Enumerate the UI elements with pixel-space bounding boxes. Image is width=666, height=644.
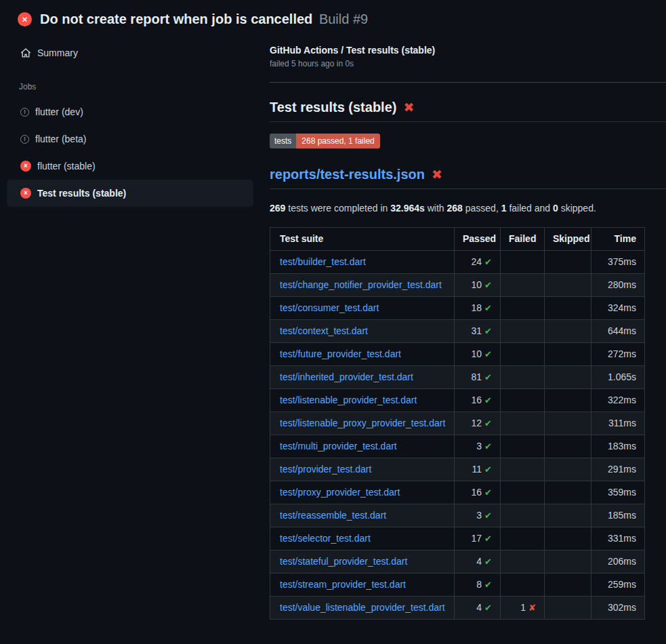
- test-suite-link[interactable]: test/listenable_proxy_provider_test.dart: [280, 418, 445, 428]
- passed-cell: 10✔: [455, 274, 501, 297]
- skipped-cell: [545, 320, 591, 343]
- test-suite-link[interactable]: test/stream_provider_test.dart: [280, 579, 406, 590]
- skipped-cell: [545, 458, 591, 481]
- failed-count: 1: [501, 203, 507, 214]
- sidebar-item-label: flutter (dev): [35, 106, 83, 117]
- test-suite-link[interactable]: test/change_notifier_provider_test.dart: [280, 279, 442, 290]
- skipped-cell: [545, 527, 591, 550]
- test-suite-link[interactable]: test/reassemble_test.dart: [280, 510, 386, 521]
- table-row: test/stream_provider_test.dart 8✔ 259ms: [270, 573, 645, 597]
- failed-cell: [501, 343, 545, 366]
- sidebar-item-flutter-dev[interactable]: ! flutter (dev): [7, 98, 253, 125]
- check-icon: ✔: [484, 603, 492, 613]
- total-time: 32.964s: [390, 203, 425, 214]
- passed-cell: 4✔: [455, 597, 501, 620]
- table-row: test/future_provider_test.dart 10✔ 272ms: [270, 343, 645, 366]
- time-cell: 322ms: [591, 389, 645, 412]
- table-row: test/builder_test.dart 24✔ 375ms: [270, 251, 645, 274]
- passed-cell: 3✔: [455, 504, 501, 527]
- test-suite-link[interactable]: test/consumer_test.dart: [280, 302, 379, 313]
- time-cell: 206ms: [591, 550, 645, 573]
- status-line: failed 5 hours ago in 0s: [270, 59, 666, 68]
- test-suite-link[interactable]: test/inherited_provider_test.dart: [280, 371, 413, 382]
- sidebar-item-test-results-stable[interactable]: × Test results (stable): [7, 180, 253, 207]
- check-icon: ✔: [484, 557, 492, 567]
- skipped-cell: [545, 297, 591, 320]
- time-cell: 1.065s: [591, 366, 645, 389]
- passed-cell: 10✔: [455, 343, 501, 366]
- passed-cell: 11✔: [455, 458, 501, 481]
- test-suite-link[interactable]: test/builder_test.dart: [280, 256, 366, 267]
- passed-cell: 81✔: [455, 366, 501, 389]
- home-icon: [20, 47, 31, 58]
- skipped-cell: [545, 251, 591, 274]
- section-title-text: Test results (stable): [270, 100, 396, 115]
- build-failed-icon: ×: [18, 12, 32, 26]
- total-count: 269: [270, 203, 285, 214]
- failed-cell: 1✘: [501, 597, 545, 620]
- sidebar-item-label: flutter (beta): [35, 134, 86, 144]
- sidebar-item-flutter-stable[interactable]: × flutter (stable): [7, 153, 253, 180]
- time-cell: 311ms: [591, 412, 645, 435]
- skipped-cell: [545, 550, 591, 573]
- failed-cell: [501, 550, 545, 573]
- skipped-cell: [545, 435, 591, 458]
- check-icon: ✔: [484, 395, 492, 405]
- failed-cell: [501, 274, 545, 297]
- jobs-list: ! flutter (dev) ! flutter (beta) × flutt…: [7, 98, 253, 207]
- check-icon: ✔: [484, 257, 492, 267]
- check-icon: ✔: [484, 580, 492, 590]
- passed-count: 268: [447, 203, 463, 214]
- skipped-cell: [545, 343, 591, 366]
- test-suite-link[interactable]: test/multi_provider_test.dart: [280, 441, 397, 451]
- build-title: Do not create report when job is cancell…: [40, 12, 312, 26]
- main-panel: GitHub Actions / Test results (stable) f…: [253, 27, 666, 620]
- table-row: test/value_listenable_provider_test.dart…: [270, 597, 645, 620]
- sidebar-item-summary[interactable]: Summary: [7, 45, 253, 61]
- skipped-cell: [545, 481, 591, 504]
- test-suite-link[interactable]: test/selector_test.dart: [280, 533, 371, 544]
- test-suite-link[interactable]: test/value_listenable_provider_test.dart: [280, 602, 445, 613]
- sidebar-item-label: Test results (stable): [37, 188, 126, 199]
- badge-label: tests: [270, 134, 296, 148]
- check-icon: ✔: [484, 280, 492, 290]
- table-row: test/listenable_provider_test.dart 16✔ 3…: [270, 389, 645, 412]
- passed-cell: 16✔: [455, 389, 501, 412]
- test-suite-link[interactable]: test/listenable_provider_test.dart: [280, 395, 417, 405]
- passed-cell: 18✔: [455, 297, 501, 320]
- test-suite-link[interactable]: test/provider_test.dart: [280, 464, 371, 475]
- breadcrumb: GitHub Actions / Test results (stable): [270, 45, 666, 56]
- sidebar-item-flutter-beta[interactable]: ! flutter (beta): [7, 125, 253, 153]
- divider: [270, 82, 666, 83]
- report-file-link[interactable]: reports/test-results.json: [270, 167, 425, 182]
- failed-x-icon: ✖: [403, 100, 414, 115]
- time-cell: 302ms: [591, 597, 645, 620]
- report-title: reports/test-results.json ✖: [270, 167, 666, 189]
- check-icon: ✔: [484, 510, 492, 521]
- table-row: test/listenable_proxy_provider_test.dart…: [270, 412, 645, 435]
- check-icon: ✔: [484, 372, 492, 382]
- skipped-count: 0: [553, 203, 558, 214]
- failed-cell: [501, 251, 545, 274]
- time-cell: 331ms: [591, 527, 645, 550]
- table-row: test/reassemble_test.dart 3✔ 185ms: [270, 504, 645, 527]
- test-suite-link[interactable]: test/proxy_provider_test.dart: [280, 487, 400, 498]
- app-header: × Do not create report when job is cance…: [0, 0, 666, 27]
- section-title: Test results (stable) ✖: [270, 100, 666, 122]
- skipped-cell: [545, 274, 591, 297]
- check-icon: ✔: [484, 464, 492, 475]
- table-row: test/selector_test.dart 17✔ 331ms: [270, 527, 645, 550]
- test-suite-link[interactable]: test/stateful_provider_test.dart: [280, 556, 407, 567]
- header-passed: Passed: [455, 228, 501, 251]
- failed-cell: [501, 458, 545, 481]
- table-row: test/provider_test.dart 11✔ 291ms: [270, 458, 645, 481]
- skipped-cell: [545, 504, 591, 527]
- table-row: test/stateful_provider_test.dart 4✔ 206m…: [270, 550, 645, 573]
- failed-cell: [501, 412, 545, 435]
- time-cell: 259ms: [591, 573, 645, 597]
- test-suite-link[interactable]: test/context_test.dart: [280, 325, 368, 336]
- table-row: test/multi_provider_test.dart 3✔ 183ms: [270, 435, 645, 458]
- sidebar-item-label: flutter (stable): [37, 161, 96, 172]
- header-failed: Failed: [501, 228, 545, 251]
- test-suite-link[interactable]: test/future_provider_test.dart: [280, 348, 401, 359]
